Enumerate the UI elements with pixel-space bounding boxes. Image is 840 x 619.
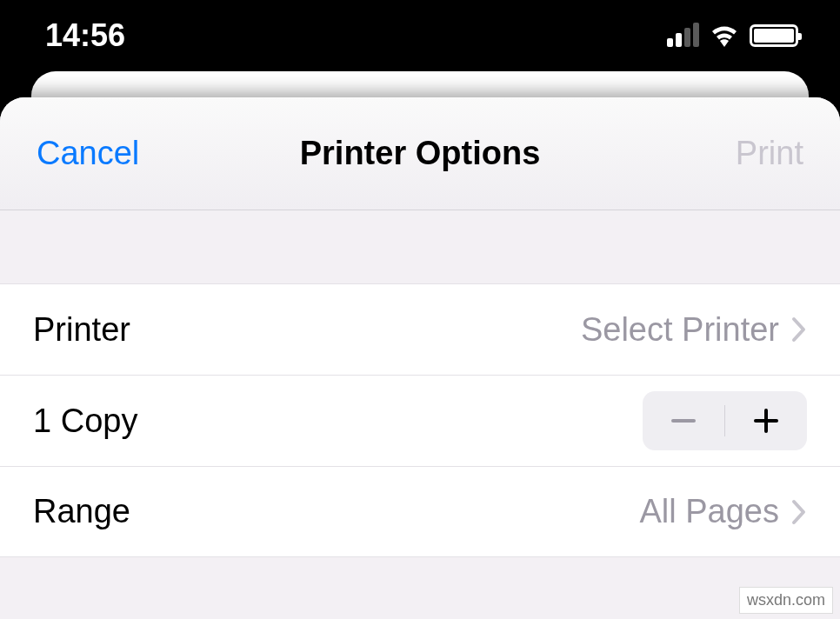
status-bar: 14:56 xyxy=(0,0,840,71)
chevron-right-icon xyxy=(791,499,807,525)
cellular-signal-icon xyxy=(667,24,699,47)
svg-rect-2 xyxy=(764,409,768,433)
stepper-plus-button[interactable] xyxy=(725,391,807,450)
print-button: Print xyxy=(736,135,803,172)
status-icons xyxy=(667,24,798,47)
wifi-icon xyxy=(710,24,739,47)
chevron-right-icon xyxy=(791,316,807,343)
printer-value: Select Printer xyxy=(581,311,779,349)
watermark: wsxdn.com xyxy=(739,587,833,614)
range-value: All Pages xyxy=(639,493,779,530)
range-row[interactable]: Range All Pages xyxy=(0,466,840,557)
printer-options-sheet: Cancel Printer Options Print Printer Sel… xyxy=(0,97,840,619)
cancel-button[interactable]: Cancel xyxy=(37,135,139,172)
copies-row: 1 Copy xyxy=(0,375,840,466)
nav-bar: Cancel Printer Options Print xyxy=(0,97,840,210)
printer-row[interactable]: Printer Select Printer xyxy=(0,283,840,375)
range-label: Range xyxy=(33,493,130,530)
copies-label: 1 Copy xyxy=(33,403,137,440)
copies-stepper xyxy=(643,391,807,450)
svg-rect-0 xyxy=(671,419,696,423)
printer-label: Printer xyxy=(33,311,130,349)
stepper-minus-button[interactable] xyxy=(643,391,724,450)
battery-icon xyxy=(750,24,798,47)
settings-list: Printer Select Printer 1 Copy xyxy=(0,283,840,557)
status-time: 14:56 xyxy=(45,17,125,54)
